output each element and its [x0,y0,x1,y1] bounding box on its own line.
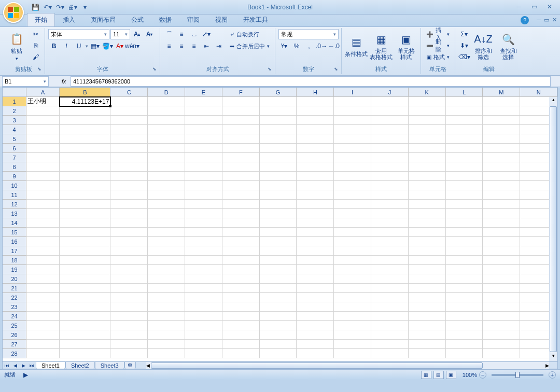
h-scroll-thumb[interactable] [151,362,483,369]
cell-M5[interactable] [483,134,520,144]
cell-B3[interactable] [60,116,110,125]
cell-H27[interactable] [297,340,334,349]
cell-H5[interactable] [297,134,334,144]
cell-I18[interactable] [334,256,371,265]
cell-K17[interactable] [409,246,446,256]
save-icon[interactable]: 💾 [30,2,40,12]
number-dialog-launcher[interactable]: ⬊ [334,66,340,73]
cell-B5[interactable] [60,134,110,144]
cell-D3[interactable] [148,116,185,125]
column-header-E[interactable]: E [185,88,222,97]
underline-button[interactable]: U [73,41,85,51]
cell-H15[interactable] [297,228,334,237]
cell-A21[interactable] [26,284,60,293]
cell-I22[interactable] [334,293,371,302]
cell-D2[interactable] [148,106,185,116]
cell-M3[interactable] [483,116,520,125]
page-layout-view-button[interactable]: ▤ [433,371,444,379]
cell-K1[interactable] [409,97,446,106]
cell-M2[interactable] [483,106,520,116]
cell-B27[interactable] [60,340,110,349]
cell-I25[interactable] [334,321,371,330]
align-center-button[interactable]: ≡ [176,41,187,51]
cell-A13[interactable] [26,209,60,218]
cell-D21[interactable] [148,284,185,293]
cell-I27[interactable] [334,340,371,349]
increase-decimal-button[interactable]: .0→ [316,41,327,51]
cell-I6[interactable] [334,144,371,153]
format-cells-button[interactable]: ▣格式▾ [424,52,452,62]
cell-I20[interactable] [334,274,371,284]
tab-formulas[interactable]: 公式 [123,13,151,26]
cell-I10[interactable] [334,181,371,190]
cell-D8[interactable] [148,162,185,172]
cell-B22[interactable] [60,293,110,302]
orientation-button[interactable]: ⤢▾ [201,29,212,39]
autosum-button[interactable]: Σ▾ [458,29,470,39]
cell-M28[interactable] [483,349,520,358]
cell-E7[interactable] [185,153,222,162]
cell-D10[interactable] [148,181,185,190]
cell-E19[interactable] [185,265,222,274]
close-button[interactable]: ✕ [542,2,557,11]
cell-L27[interactable] [446,340,483,349]
column-header-K[interactable]: K [409,88,446,97]
cell-L10[interactable] [446,181,483,190]
cell-J24[interactable] [371,312,409,321]
row-header-10[interactable]: 10 [3,181,26,190]
cell-F2[interactable] [222,106,260,116]
cell-I21[interactable] [334,284,371,293]
vertical-scrollbar[interactable]: ▴ ▾ [549,97,557,361]
cell-G19[interactable] [260,265,297,274]
cell-B17[interactable] [60,246,110,256]
cell-F8[interactable] [222,162,260,172]
cell-E5[interactable] [185,134,222,144]
cell-M11[interactable] [483,190,520,200]
cell-B19[interactable] [60,265,110,274]
cell-D28[interactable] [148,349,185,358]
cell-E11[interactable] [185,190,222,200]
column-header-M[interactable]: M [483,88,520,97]
cell-M27[interactable] [483,340,520,349]
row-header-28[interactable]: 28 [3,349,26,358]
cell-L28[interactable] [446,349,483,358]
cell-B16[interactable] [60,237,110,246]
cell-M13[interactable] [483,209,520,218]
cell-J3[interactable] [371,116,409,125]
cell-M10[interactable] [483,181,520,190]
cell-E14[interactable] [185,218,222,228]
cell-J18[interactable] [371,256,409,265]
cell-K21[interactable] [409,284,446,293]
cell-A1[interactable]: 王小明 [26,97,60,106]
cell-A20[interactable] [26,274,60,284]
cell-L8[interactable] [446,162,483,172]
column-header-L[interactable]: L [446,88,483,97]
cell-C21[interactable] [110,284,148,293]
row-header-20[interactable]: 20 [3,274,26,284]
cell-K14[interactable] [409,218,446,228]
cell-F26[interactable] [222,330,260,340]
cell-B11[interactable] [60,190,110,200]
cell-I16[interactable] [334,237,371,246]
cell-L14[interactable] [446,218,483,228]
cell-C18[interactable] [110,256,148,265]
row-header-14[interactable]: 14 [3,218,26,228]
cell-J7[interactable] [371,153,409,162]
cell-F19[interactable] [222,265,260,274]
column-header-B[interactable]: B [60,88,110,97]
cell-B18[interactable] [60,256,110,265]
cell-J12[interactable] [371,200,409,209]
cell-E15[interactable] [185,228,222,237]
cell-K16[interactable] [409,237,446,246]
cell-E1[interactable] [185,97,222,106]
conditional-format-button[interactable]: ▤条件格式 [345,29,368,63]
row-header-11[interactable]: 11 [3,190,26,200]
cell-A5[interactable] [26,134,60,144]
cell-M4[interactable] [483,125,520,134]
bold-button[interactable]: B [48,41,60,51]
cell-K5[interactable] [409,134,446,144]
cell-I23[interactable] [334,302,371,312]
cell-M25[interactable] [483,321,520,330]
maximize-button[interactable]: ▭ [527,2,541,11]
cell-E21[interactable] [185,284,222,293]
